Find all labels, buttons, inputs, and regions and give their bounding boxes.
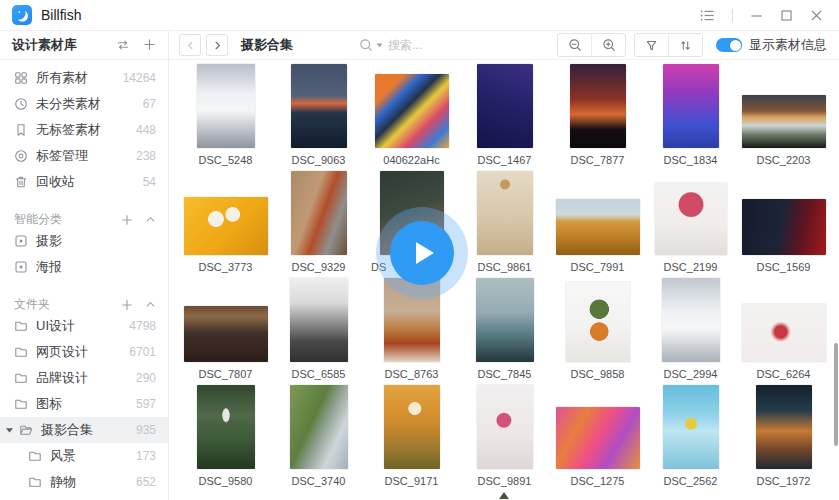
asset-thumbnail[interactable] — [291, 64, 347, 148]
asset-thumbnail[interactable] — [742, 199, 826, 255]
play-icon — [416, 242, 434, 264]
app-title: Billfish — [41, 7, 81, 23]
asset-cell: DSC_9171 — [365, 385, 458, 492]
zoom-out-icon[interactable] — [558, 34, 591, 56]
asset-thumbnail[interactable] — [742, 95, 826, 148]
asset-thumbnail[interactable] — [197, 385, 255, 469]
smart-list: 摄影海报 — [0, 228, 168, 280]
asset-cell: DSC_7845 — [458, 278, 551, 385]
folder-item[interactable]: 静物652 — [0, 469, 168, 495]
asset-label: DSC_9329 — [272, 261, 365, 274]
asset-thumbnail[interactable] — [375, 74, 449, 148]
folder-item[interactable]: 风景173 — [0, 443, 168, 469]
zoom-in-icon[interactable] — [591, 34, 625, 56]
asset-thumbnail[interactable] — [477, 64, 533, 148]
asset-label: DSC_3773 — [179, 261, 272, 274]
asset-label: DSC_2994 — [644, 368, 737, 381]
asset-thumbnail[interactable] — [663, 64, 719, 148]
asset-thumbnail[interactable] — [655, 183, 727, 255]
sidebar-item-count: 54 — [143, 175, 156, 189]
forward-button[interactable] — [206, 34, 228, 56]
asset-cell: DSC_2203 — [737, 64, 830, 171]
smart-icon — [14, 260, 28, 274]
sidebar: 设计素材库 所有素材14264未分类素材67无标签素材448标签管理238回收站… — [0, 31, 169, 500]
asset-cell: DSC_9063 — [272, 64, 365, 171]
sidebar-item-count: 448 — [136, 123, 156, 137]
asset-thumbnail[interactable] — [556, 407, 640, 469]
search-icon — [359, 38, 373, 52]
back-button[interactable] — [179, 34, 201, 56]
asset-label: DSC_6585 — [272, 368, 365, 381]
search-input[interactable] — [386, 37, 500, 53]
caret-down-icon[interactable] — [5, 427, 14, 434]
play-button[interactable] — [390, 221, 454, 285]
sidebar-item[interactable]: 所有素材14264 — [0, 65, 168, 91]
filter-icon[interactable] — [635, 34, 668, 56]
add-folder-icon[interactable] — [121, 299, 133, 311]
search-scope-caret-icon[interactable] — [376, 43, 383, 48]
asset-cell: DSC_1972 — [737, 385, 830, 492]
folder-item-label: 图标 — [36, 395, 128, 413]
folder-item-label: 品牌设计 — [36, 369, 128, 387]
close-icon[interactable] — [810, 9, 823, 22]
sort-icon[interactable] — [668, 34, 702, 56]
asset-label: DSC_1834 — [644, 154, 737, 167]
asset-cell: DSC_9580 — [179, 385, 272, 492]
asset-cell: DSC_2562 — [644, 385, 737, 492]
maximize-icon[interactable] — [780, 9, 793, 22]
asset-label: DSC_9891 — [458, 475, 551, 488]
asset-label: DSC_7991 — [551, 261, 644, 274]
asset-cell: DSC_1834 — [644, 64, 737, 171]
asset-cell: 040622aHc — [365, 64, 458, 171]
show-info-toggle[interactable] — [716, 38, 742, 52]
asset-thumbnail[interactable] — [290, 278, 348, 362]
add-smart-icon[interactable] — [121, 214, 133, 226]
sidebar-item[interactable]: 无标签素材448 — [0, 117, 168, 143]
folder-item[interactable]: UI设计4798 — [0, 313, 168, 339]
collapse-smart-icon[interactable] — [145, 214, 156, 226]
folder-item[interactable]: 宠物120 — [0, 495, 168, 500]
folder-icon — [14, 345, 28, 359]
asset-thumbnail[interactable] — [291, 171, 347, 255]
asset-thumbnail[interactable] — [477, 385, 533, 469]
smart-category-item[interactable]: 摄影 — [0, 228, 168, 254]
search-box[interactable] — [359, 37, 500, 53]
sidebar-item[interactable]: 未分类素材67 — [0, 91, 168, 117]
sidebar-item[interactable]: 标签管理238 — [0, 143, 168, 169]
folder-item[interactable]: 品牌设计290 — [0, 365, 168, 391]
collapse-folders-icon[interactable] — [145, 299, 156, 311]
asset-thumbnail[interactable] — [556, 199, 640, 255]
folder-item[interactable]: 图标597 — [0, 391, 168, 417]
asset-thumbnail[interactable] — [476, 278, 534, 362]
asset-cell: DSC_6585 — [272, 278, 365, 385]
asset-thumbnail[interactable] — [384, 385, 440, 469]
minimize-icon[interactable] — [750, 9, 763, 22]
asset-thumbnail[interactable] — [184, 306, 268, 362]
asset-thumbnail[interactable] — [742, 304, 826, 362]
asset-label: DSC_6264 — [737, 368, 830, 381]
asset-thumbnail[interactable] — [570, 64, 626, 148]
vertical-scrollbar[interactable] — [834, 343, 838, 446]
folder-item[interactable]: 摄影合集935 — [0, 417, 168, 443]
asset-thumbnail[interactable] — [663, 385, 719, 469]
swap-library-icon[interactable] — [116, 38, 130, 52]
asset-label: DSC_7845 — [458, 368, 551, 381]
smart-category-item[interactable]: 海报 — [0, 254, 168, 280]
main-panel: 摄影合集 — [169, 31, 839, 500]
folder-item[interactable]: 网页设计6701 — [0, 339, 168, 365]
asset-thumbnail[interactable] — [184, 197, 268, 255]
add-library-icon[interactable] — [143, 38, 156, 52]
asset-label: DSC_9861 — [458, 261, 551, 274]
asset-thumbnail[interactable] — [662, 278, 720, 362]
menu-icon[interactable] — [700, 9, 715, 22]
sidebar-item-label: 无标签素材 — [36, 121, 128, 139]
asset-thumbnail[interactable] — [756, 385, 812, 469]
asset-thumbnail[interactable] — [290, 385, 348, 469]
asset-thumbnail[interactable] — [197, 64, 255, 148]
asset-thumbnail[interactable] — [477, 171, 533, 255]
view-title: 摄影合集 — [241, 36, 293, 54]
titlebar: Billfish — [0, 0, 839, 31]
sidebar-item[interactable]: 回收站54 — [0, 169, 168, 195]
asset-thumbnail[interactable] — [566, 282, 630, 362]
smart-category-label: 摄影 — [36, 232, 156, 250]
